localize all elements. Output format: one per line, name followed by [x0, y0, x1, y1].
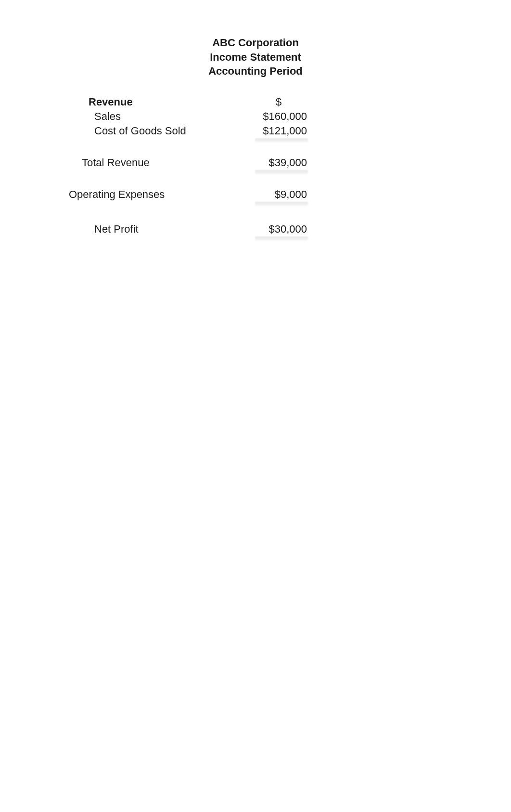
revenue-label: Revenue: [67, 96, 250, 108]
total-revenue-value: $39,000: [250, 157, 308, 169]
cogs-row: Cost of Goods Sold $121,000: [67, 125, 375, 139]
net-profit-value-text: $30,000: [268, 223, 307, 235]
spacer: [67, 171, 375, 188]
cogs-value-text: $121,000: [263, 125, 307, 137]
net-profit-row: Net Profit $30,000: [67, 223, 375, 237]
total-revenue-label: Total Revenue: [67, 157, 250, 169]
underline-divider: [255, 138, 308, 143]
currency-column-header: $: [250, 96, 308, 108]
total-revenue-row: Total Revenue $39,000: [67, 157, 375, 171]
document-header: ABC Corporation Income Statement Account…: [0, 36, 511, 79]
revenue-header-row: Revenue $: [67, 96, 375, 110]
spacer: [67, 139, 375, 157]
statement-title: Income Statement: [0, 50, 511, 65]
operating-expenses-value: $9,000: [250, 188, 308, 201]
operating-expenses-label: Operating Expenses: [67, 188, 250, 201]
sales-label: Sales: [67, 110, 250, 123]
net-profit-label: Net Profit: [67, 223, 250, 236]
cogs-label: Cost of Goods Sold: [67, 125, 250, 137]
operating-expenses-row: Operating Expenses $9,000: [67, 188, 375, 203]
net-profit-value: $30,000: [250, 223, 308, 236]
accounting-period: Accounting Period: [0, 64, 511, 79]
underline-divider: [255, 236, 308, 241]
spacer: [67, 203, 375, 220]
sales-row: Sales $160,000: [67, 110, 375, 125]
company-name: ABC Corporation: [0, 36, 511, 50]
total-revenue-value-text: $39,000: [268, 157, 307, 169]
cogs-value: $121,000: [250, 125, 308, 137]
statement-body: Revenue $ Sales $160,000 Cost of Goods S…: [67, 96, 375, 237]
sales-value: $160,000: [250, 110, 308, 123]
income-statement-document: ABC Corporation Income Statement Account…: [0, 0, 511, 237]
underline-divider: [255, 202, 308, 207]
operating-expenses-value-text: $9,000: [275, 188, 307, 200]
underline-divider: [255, 170, 308, 175]
